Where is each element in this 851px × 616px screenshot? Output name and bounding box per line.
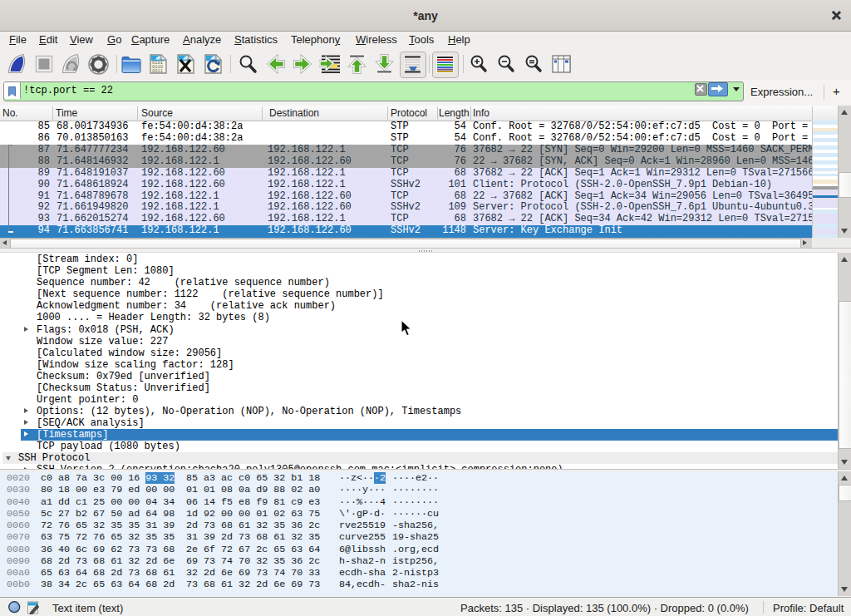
svg-text:0011: 0011: [152, 69, 163, 74]
